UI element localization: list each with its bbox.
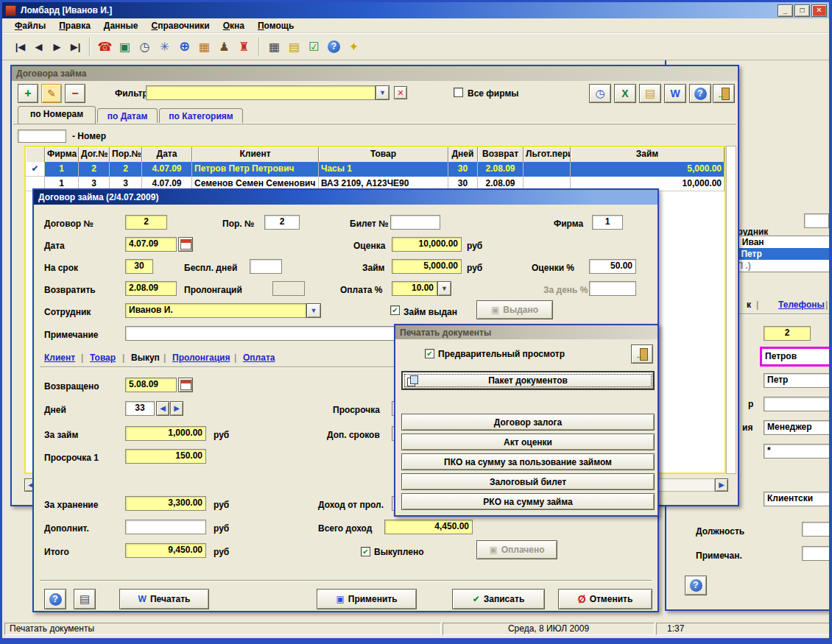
number-input[interactable]: [18, 130, 66, 143]
phone-icon[interactable]: ☎: [95, 38, 115, 56]
employee-field[interactable]: Иванов И.: [125, 303, 306, 318]
free-days-field[interactable]: [250, 259, 282, 274]
print-exit-button[interactable]: ←: [631, 344, 653, 364]
tab-payment[interactable]: Оплата: [243, 350, 275, 365]
grid-header[interactable]: Пор.№: [110, 147, 142, 162]
client-tab-fragment[interactable]: к: [747, 297, 751, 312]
client-category-field[interactable]: Менеджер: [764, 420, 831, 435]
exit-button[interactable]: ←: [713, 84, 735, 103]
grid-header[interactable]: Фирма: [45, 147, 79, 162]
notes-button[interactable]: ▤: [639, 84, 661, 103]
per-day-field[interactable]: [589, 281, 636, 296]
employee-dropdown[interactable]: ▼: [306, 303, 321, 318]
all-firms-checkbox[interactable]: [454, 88, 463, 97]
position-field[interactable]: [802, 522, 831, 537]
word-export-button[interactable]: W: [664, 84, 686, 103]
date-field[interactable]: 4.07.09: [125, 237, 177, 252]
days-prev-button[interactable]: ◀: [156, 401, 169, 416]
pledge-ticket-button[interactable]: Залоговый билет: [401, 473, 655, 490]
window-frame-bottom[interactable]: [0, 638, 832, 644]
clear-filter-button[interactable]: ✕: [394, 86, 407, 99]
print-button[interactable]: WПечатать: [119, 589, 209, 609]
client-code-field[interactable]: 2: [764, 326, 811, 341]
client-field1[interactable]: [764, 397, 831, 411]
contracts-help-button[interactable]: ?: [689, 84, 711, 103]
grid-header[interactable]: Дней: [448, 147, 478, 162]
main-titlebar[interactable]: Ломбард [Иванов И.] _ □ ✕: [2, 2, 830, 18]
overdue1-field[interactable]: 150.00: [125, 449, 206, 464]
grid-header[interactable]: Льгот.перис: [523, 147, 571, 162]
menu-data[interactable]: Данные: [97, 19, 145, 32]
grid-header[interactable]: Клиент: [192, 147, 319, 162]
menu-windows[interactable]: Окна: [216, 19, 251, 32]
key-icon[interactable]: ✦: [344, 38, 364, 56]
tab-phones[interactable]: Телефоны: [778, 297, 825, 312]
ticket-field[interactable]: [390, 215, 440, 230]
appraisal-act-button[interactable]: Акт оценки: [401, 434, 655, 450]
grid-header[interactable]: Возврат: [478, 147, 523, 162]
apply-button[interactable]: ▣Применить: [317, 589, 417, 609]
client-star-field[interactable]: *: [764, 444, 831, 459]
total-income-field[interactable]: 4,450.00: [384, 520, 473, 534]
por-field[interactable]: 2: [264, 215, 300, 230]
returned-field[interactable]: 5.08.09: [125, 378, 177, 392]
return-field[interactable]: 2.08.09: [125, 281, 177, 296]
firm-field[interactable]: 1: [592, 215, 623, 230]
additional-field[interactable]: [125, 520, 206, 534]
payment-pct-dropdown[interactable]: ▼: [437, 281, 451, 296]
loan-help-button[interactable]: ?: [44, 589, 66, 609]
globe-icon[interactable]: ⊕: [174, 38, 194, 56]
nav-next-button[interactable]: ▶: [48, 38, 66, 56]
payment-pct-field[interactable]: 10.00: [392, 281, 437, 296]
grid-header[interactable]: Дог.№: [79, 147, 110, 162]
save-button[interactable]: ✔Записать: [452, 589, 545, 609]
filter-dropdown-button[interactable]: ▼: [376, 85, 389, 100]
appraisal-field[interactable]: 10,000.00: [392, 237, 462, 252]
storage-field[interactable]: 3,300.00: [125, 496, 206, 511]
pko-button[interactable]: ПКО на сумму за пользование займом: [401, 453, 655, 470]
add-button[interactable]: +: [18, 84, 38, 103]
preview-checkbox[interactable]: ✔: [425, 349, 434, 358]
days-next-button[interactable]: ▶: [170, 401, 183, 416]
tab-client[interactable]: Клиент: [44, 350, 75, 365]
edit-button[interactable]: ✎: [41, 84, 62, 103]
tab-prolongation[interactable]: Пролонгация: [172, 350, 230, 365]
client-type-field[interactable]: Клиентски: [764, 492, 831, 506]
stopwatch-button[interactable]: ◷: [589, 84, 611, 103]
nav-last-button[interactable]: ▶|: [66, 38, 85, 56]
loan-sum-field[interactable]: 5,000.00: [392, 259, 462, 274]
hscroll-right-button[interactable]: ▶: [715, 478, 728, 492]
total-field[interactable]: 9,450.00: [125, 543, 206, 558]
loan-titlebar[interactable]: Договор займа (2/4.07.2009): [34, 190, 658, 205]
appraisal-pct-field[interactable]: 50.00: [589, 259, 636, 274]
factory-icon[interactable]: ♜: [234, 38, 254, 56]
tab-goods[interactable]: Товар: [90, 350, 116, 365]
client-firstname-field[interactable]: Петр: [764, 373, 831, 388]
maximize-button[interactable]: □: [794, 4, 810, 17]
calculator-icon[interactable]: ▦: [264, 38, 284, 56]
package-button[interactable]: Пакет документов: [401, 371, 655, 390]
gear-icon[interactable]: ✳: [155, 38, 174, 56]
for-loan-field[interactable]: 1,000.00: [125, 426, 206, 441]
returned-calendar-button[interactable]: [178, 378, 193, 392]
cancel-button[interactable]: ØОтменить: [558, 589, 652, 609]
grid-header[interactable]: Товар: [319, 147, 448, 162]
help-icon[interactable]: ?: [324, 38, 344, 56]
grid-header[interactable]: Займ: [571, 147, 725, 162]
client-note-field[interactable]: [802, 546, 831, 561]
client-top-field[interactable]: [804, 213, 829, 228]
term-field[interactable]: 30: [125, 259, 153, 274]
tab-by-dates[interactable]: по Датам: [97, 108, 158, 124]
excel-export-button[interactable]: X: [614, 84, 636, 103]
client-lastname-field[interactable]: Петров: [760, 347, 832, 367]
tab-buyback[interactable]: Выкуп: [131, 350, 160, 365]
prolong-field[interactable]: [272, 281, 305, 296]
date-calendar-button[interactable]: [178, 237, 193, 252]
clock-icon[interactable]: ◷: [135, 38, 155, 56]
copy-icon[interactable]: ▣: [115, 38, 135, 56]
table-row[interactable]: ✔ 1 2 2 4.07.09 Петров Петр Петрович Час…: [26, 162, 725, 177]
print-titlebar[interactable]: Печатать документы: [395, 325, 658, 339]
contract-field[interactable]: 2: [125, 215, 167, 230]
minimize-button[interactable]: _: [778, 4, 793, 17]
menu-help[interactable]: Помощь: [251, 19, 300, 32]
